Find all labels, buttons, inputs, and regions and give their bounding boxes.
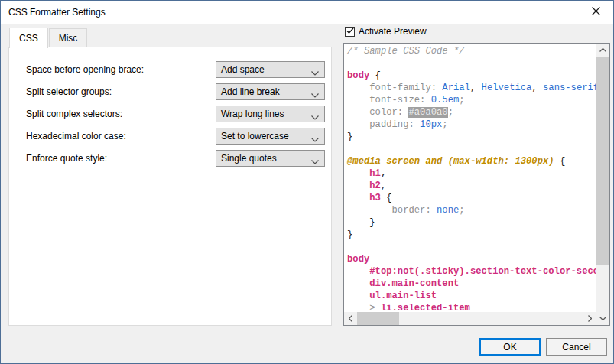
code-token-pun	[347, 291, 369, 301]
vertical-scrollbar[interactable]	[596, 44, 609, 325]
setting-label: Split selector groups:	[26, 86, 112, 97]
code-token-comment: /* Sample CSS Code */	[347, 46, 465, 57]
code-line: h2,	[347, 180, 596, 192]
setting-label: Split complex selectors:	[26, 109, 122, 119]
close-icon	[592, 6, 600, 18]
dropdown-value: Wrap long lines	[221, 109, 284, 119]
setting-label: Space before opening brace:	[26, 64, 144, 75]
chevron-down-icon	[311, 112, 319, 122]
tab-css[interactable]: CSS	[9, 28, 48, 48]
checkbox-box[interactable]	[345, 27, 355, 37]
dropdown-value: Add line break	[221, 86, 280, 97]
dropdown-split-selector-groups[interactable]: Add line break	[216, 83, 325, 100]
horizontal-scrollbar-thumb[interactable]	[357, 312, 399, 325]
code-token-val: Arial	[442, 83, 470, 93]
activate-preview-checkbox[interactable]: Activate Preview	[345, 26, 427, 37]
code-token-pun: ,	[381, 180, 386, 191]
code-token-val: 10px	[420, 119, 442, 130]
dropdown-value: Set to lowercase	[221, 131, 289, 141]
setting-label: Enforce quote style:	[26, 153, 107, 164]
setting-row: Hexadecimal color case:Set to lowercase	[26, 128, 324, 145]
code-token-pun	[347, 303, 369, 312]
horizontal-scrollbar[interactable]	[344, 312, 596, 325]
code-line: font-family: Arial, Helvetica, sans-seri…	[347, 82, 596, 94]
code-line: h1,	[347, 167, 596, 180]
code-token-sel: #top:not(.sticky).section-text-color-sec…	[369, 266, 596, 277]
scroll-left-icon[interactable]	[344, 312, 357, 325]
code-token-pun: }	[347, 132, 352, 142]
code-token-val: sans-serif	[543, 83, 596, 93]
code-token-swatch: #a0a0a0	[408, 107, 447, 118]
vertical-scrollbar-thumb[interactable]	[596, 57, 609, 265]
code-token-pun	[347, 168, 369, 179]
preview-pane: /* Sample CSS Code */body { font-family:…	[343, 43, 610, 326]
tab-page-css: Space before opening brace:Add spaceSpli…	[8, 47, 332, 326]
dropdown-enforce-quote-style[interactable]: Single quotes	[216, 150, 325, 167]
scroll-down-icon[interactable]	[596, 312, 609, 325]
code-token-pun	[347, 119, 369, 130]
code-line: border: none;	[347, 204, 596, 216]
setting-row: Split selector groups:Add line break	[26, 83, 324, 100]
code-area[interactable]: /* Sample CSS Code */body { font-family:…	[344, 44, 596, 312]
scroll-up-icon[interactable]	[596, 44, 609, 57]
code-token-sel: body	[347, 254, 369, 265]
titlebar[interactable]: CSS Formatter Settings	[1, 1, 613, 24]
dropdown-value: Single quotes	[221, 153, 277, 164]
code-line: > li.selected-item	[347, 302, 596, 312]
code-token-sel: h1	[369, 168, 381, 179]
css-formatter-settings-dialog: CSS Formatter Settings CSSMisc Space bef…	[0, 0, 614, 364]
code-token-prop: font-family:	[369, 83, 442, 93]
code-line: @media screen and (max-width: 1300px) {	[347, 155, 596, 167]
code-token-sel: h2	[369, 180, 381, 191]
code-line: font-size: 0.5em;	[347, 94, 596, 106]
code-token-sel: div.main-content	[369, 278, 459, 289]
code-token-pun	[347, 95, 369, 106]
cancel-button[interactable]: Cancel	[546, 338, 607, 356]
scroll-right-icon[interactable]	[583, 312, 596, 325]
code-token-pun	[347, 205, 392, 216]
code-token-val: 0.5em	[431, 95, 460, 106]
setting-row: Split complex selectors:Wrap long lines	[26, 106, 324, 122]
tab-misc[interactable]: Misc	[49, 28, 88, 47]
code-token-pun	[347, 180, 369, 191]
chevron-down-icon	[311, 89, 319, 100]
code-token-prop: ;	[459, 95, 464, 106]
code-token-pun	[347, 193, 369, 203]
code-line: }	[347, 229, 596, 241]
dropdown-value: Add space	[221, 64, 265, 75]
code-token-pun: {	[369, 70, 381, 81]
code-line	[347, 57, 596, 70]
code-token-prop: border:	[392, 205, 437, 216]
code-token-sel: body	[347, 70, 369, 81]
code-token-val: none	[437, 205, 459, 216]
code-token-pun: ,	[470, 83, 482, 93]
code-line: ul.main-list	[347, 290, 596, 302]
dropdown-split-complex-selectors[interactable]: Wrap long lines	[216, 106, 325, 122]
code-token-pun: {	[554, 156, 566, 167]
setting-row: Space before opening brace:Add space	[26, 61, 324, 78]
code-line: h3 {	[347, 192, 596, 204]
ok-button[interactable]: OK	[479, 338, 541, 356]
code-token-pun: }	[347, 217, 375, 228]
code-token-prop: color:	[369, 107, 408, 118]
code-token-sel: h3	[369, 193, 381, 203]
dropdown-hexadecimal-color-case[interactable]: Set to lowercase	[216, 128, 325, 145]
code-line: #top:not(.sticky).section-text-color-sec…	[347, 265, 596, 278]
code-token-op: >	[369, 303, 381, 312]
code-line	[347, 143, 596, 155]
code-token-prop: ;	[448, 107, 453, 118]
code-line: body {	[347, 70, 596, 82]
code-line: }	[347, 216, 596, 229]
code-token-sel: ul.main-list	[369, 291, 437, 301]
chevron-down-icon	[311, 156, 319, 167]
code-token-pun	[347, 107, 369, 118]
dropdown-space-before-opening-brace[interactable]: Add space	[216, 61, 325, 78]
code-token-pun: ,	[531, 83, 543, 93]
code-token-pun: }	[347, 229, 352, 240]
code-token-prop: ;	[459, 205, 464, 216]
code-token-pun	[347, 266, 369, 277]
close-button[interactable]	[579, 1, 613, 23]
code-token-pun	[347, 83, 369, 93]
chevron-down-icon	[311, 67, 319, 78]
checkmark-icon	[346, 26, 354, 37]
